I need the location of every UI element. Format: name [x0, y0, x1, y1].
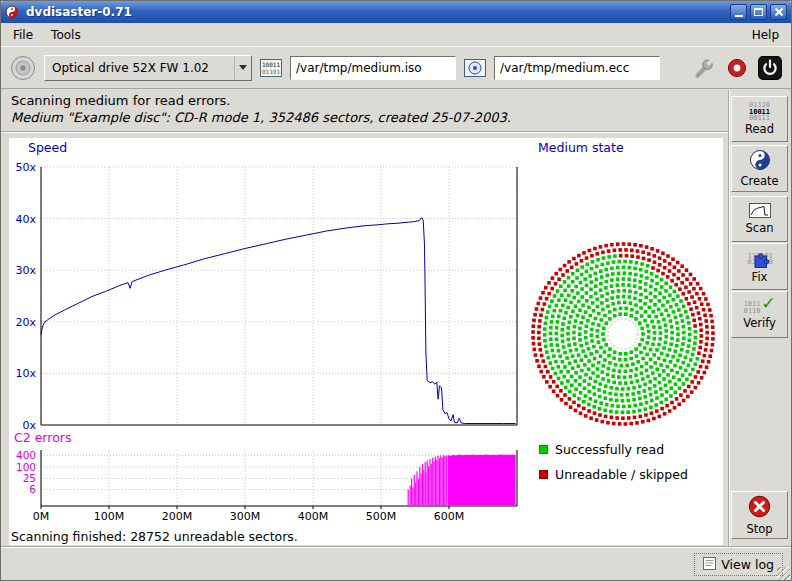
toolbar: Optical drive 52X FW 1.02 10011 01101: [1, 46, 791, 89]
charts-canvas: 0x10x20x30x40x50x4001002560M100M200M300M…: [9, 138, 723, 545]
svg-text:300M: 300M: [230, 510, 261, 523]
ecc-path-input[interactable]: [494, 56, 660, 80]
app-logo-icon: [5, 5, 19, 19]
iso-file-binary-icon: 10011 01101: [259, 57, 283, 79]
read-button[interactable]: 01110 10011 00111 Read: [731, 96, 788, 142]
status-line-medium-info: Medium "Example disc": CD-R mode 1, 3524…: [11, 110, 511, 125]
close-icon: [774, 7, 784, 17]
svg-text:01101: 01101: [262, 68, 280, 75]
fix-button-label: Fix: [752, 271, 768, 284]
ecc-file-icon: [463, 57, 487, 79]
menu-tools[interactable]: Tools: [42, 25, 90, 45]
window-title: dvdisaster-0.71: [26, 5, 727, 19]
verify-button[interactable]: 1011 0110 ✓ Verify: [731, 291, 788, 338]
svg-text:400: 400: [16, 449, 36, 461]
read-color-swatch: [539, 445, 548, 454]
svg-text:500M: 500M: [366, 510, 397, 523]
verify-check-icon: 1011 0110 ✓: [744, 299, 776, 316]
drive-select[interactable]: Optical drive 52X FW 1.02: [44, 55, 252, 81]
close-button[interactable]: [770, 4, 787, 20]
svg-text:0M: 0M: [33, 510, 50, 523]
svg-text:100: 100: [16, 461, 36, 473]
unreadable-color-swatch: [539, 470, 548, 479]
iso-path-input[interactable]: [290, 56, 456, 80]
menu-file[interactable]: File: [4, 25, 42, 45]
speed-chart-title: Speed: [28, 140, 67, 155]
stop-x-icon: [747, 494, 772, 522]
svg-text:600M: 600M: [434, 510, 465, 523]
menubar: File Tools Help: [1, 23, 791, 46]
maximize-button[interactable]: [750, 4, 767, 20]
log-red-ring-icon[interactable]: [724, 55, 750, 81]
optical-drive-icon: [9, 54, 37, 82]
vertical-separator: [728, 90, 730, 547]
svg-text:200M: 200M: [162, 510, 193, 523]
medium-state-title: Medium state: [538, 140, 624, 155]
svg-text:40x: 40x: [15, 213, 36, 226]
titlebar[interactable]: dvdisaster-0.71: [1, 1, 791, 23]
log-list-icon: [703, 557, 716, 573]
app-window: { "window": { "title": "dvdisaster-0.71"…: [0, 0, 792, 581]
scan-result-text: Scanning finished: 28752 unreadable sect…: [11, 529, 298, 544]
yin-yang-create-icon: [749, 149, 771, 174]
horizontal-separator: [1, 131, 728, 133]
svg-text:100M: 100M: [94, 510, 125, 523]
statusbar: View log: [1, 547, 791, 581]
svg-text:10x: 10x: [15, 367, 36, 380]
read-button-label: Read: [745, 123, 774, 136]
legend-unreadable: Unreadable / skipped: [539, 467, 688, 482]
fix-button[interactable]: 110101 011010 Fix: [731, 243, 788, 290]
menu-help[interactable]: Help: [743, 25, 788, 45]
svg-text:400M: 400M: [298, 510, 329, 523]
minimize-button[interactable]: [730, 4, 747, 20]
quit-power-icon[interactable]: [757, 55, 783, 81]
scan-button-label: Scan: [746, 222, 774, 235]
resize-grip[interactable]: [777, 567, 790, 580]
c2-errors-title: C2 errors: [14, 430, 71, 445]
legend-unreadable-label: Unreadable / skipped: [555, 467, 688, 482]
stop-button-label: Stop: [746, 523, 772, 536]
view-log-button[interactable]: View log: [694, 553, 783, 576]
legend-read-label: Successfully read: [555, 442, 664, 457]
stop-button[interactable]: Stop: [731, 491, 788, 539]
svg-text:10011: 10011: [262, 61, 280, 68]
chevron-down-icon: [234, 56, 251, 80]
legend-successfully-read: Successfully read: [539, 442, 664, 457]
minimize-icon: [735, 15, 743, 17]
svg-text:30x: 30x: [15, 264, 36, 277]
create-button-label: Create: [740, 175, 778, 188]
drive-select-value: Optical drive 52X FW 1.02: [52, 61, 234, 75]
scan-button[interactable]: Scan: [731, 196, 788, 242]
create-button[interactable]: Create: [731, 145, 788, 192]
binary-read-icon: 01110 10011 00111: [749, 102, 770, 122]
svg-text:6: 6: [29, 483, 36, 495]
maximize-icon: [754, 8, 763, 16]
charts-panel: 0x10x20x30x40x50x4001002560M100M200M300M…: [9, 138, 723, 545]
scan-chart-icon: [749, 203, 771, 221]
check-icon: ✓: [761, 295, 775, 312]
status-line-primary: Scanning medium for read errors.: [11, 93, 230, 108]
preferences-wrench-icon[interactable]: [691, 55, 717, 81]
puzzle-fix-icon: 110101 011010: [747, 250, 773, 270]
verify-button-label: Verify: [743, 317, 776, 330]
svg-text:50x: 50x: [15, 161, 36, 174]
svg-text:20x: 20x: [15, 316, 36, 329]
view-log-label: View log: [721, 557, 774, 572]
